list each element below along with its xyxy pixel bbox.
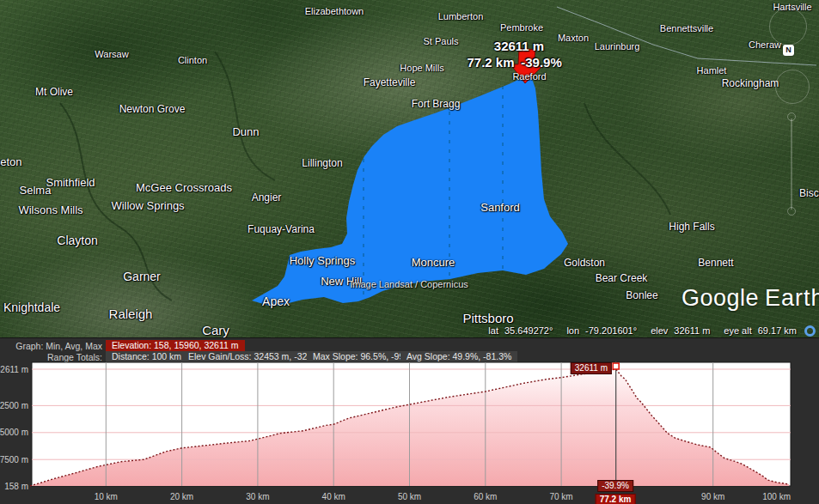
logo-earth: Earth <box>765 285 819 311</box>
x-axis-label: 10 km <box>95 492 118 501</box>
google-earth-logo: GoogleEarth <box>681 285 819 312</box>
chart-marker-square <box>613 363 619 369</box>
marker-elevation-text: 32611 m <box>494 39 544 53</box>
logo-google: Google <box>681 285 759 311</box>
elevation-profile-panel: Graph: Min, Avg, Max Elevation: 158, 159… <box>0 337 819 504</box>
elev-label: elev <box>651 325 668 336</box>
chart-slope-tag: -39.9% <box>597 480 633 492</box>
x-axis-label: 30 km <box>246 492 269 501</box>
eye-alt-label: eye alt <box>724 325 751 336</box>
river-line <box>60 103 172 301</box>
x-axis-label: 100 km <box>762 492 791 501</box>
x-axis-label: 40 km <box>322 492 345 501</box>
compass-control[interactable] <box>769 8 807 46</box>
y-axis-label: 22500 m <box>0 401 28 410</box>
streaming-progress-icon <box>804 325 816 337</box>
x-axis-label: 60 km <box>474 492 497 501</box>
move-joystick-control[interactable] <box>775 70 810 104</box>
zoom-in-knob[interactable] <box>787 112 796 121</box>
lat-label: lat <box>488 325 498 336</box>
lon-value: -79.201601° <box>585 325 637 336</box>
map-3d-view[interactable]: WarsawClintonMt OliveNewton GroveDunnPri… <box>0 0 819 337</box>
chart-peak-elevation-tag: 32611 m <box>571 362 612 374</box>
y-axis-label: 158 m <box>4 482 28 491</box>
marker-distance-text: 77.2 km <box>467 55 514 70</box>
y-axis-label: 15000 m <box>0 428 28 437</box>
google-earth-window: WarsawClintonMt OliveNewton GroveDunnPri… <box>0 0 819 504</box>
y-axis-label: 7500 m <box>0 455 28 465</box>
lat-value: 35.649272° <box>504 325 553 336</box>
lon-label: lon <box>566 325 579 336</box>
north-indicator[interactable]: N <box>783 45 794 56</box>
river-line <box>584 103 670 215</box>
elevation-chart: 32611 m22500 m15000 m7500 m158 m10 km20 … <box>0 338 819 504</box>
status-bar: lat 35.649272° lon -79.201601° elev 3261… <box>488 325 816 337</box>
x-axis-label: 70 km <box>549 492 572 501</box>
imagery-attribution: Image Landsat / Copernicus <box>350 279 468 289</box>
route-area-polygon[interactable] <box>252 74 568 307</box>
elevation-chart-svg[interactable]: 32611 m22500 m15000 m7500 m158 m10 km20 … <box>0 338 819 504</box>
elev-value: 32611 m <box>674 325 710 336</box>
river-line <box>215 52 275 180</box>
x-axis-label: 50 km <box>398 492 421 501</box>
chart-distance-tag: 77.2 km <box>596 494 636 504</box>
zoom-out-knob[interactable] <box>787 207 796 216</box>
x-axis-label: 20 km <box>170 492 193 501</box>
y-axis-label: 32611 m <box>0 365 28 374</box>
x-axis-label: 90 km <box>701 492 724 501</box>
marker-slope-text: -39.9% <box>521 55 562 70</box>
eye-alt-value: 69.17 km <box>758 325 797 336</box>
zoom-slider[interactable] <box>791 118 792 209</box>
